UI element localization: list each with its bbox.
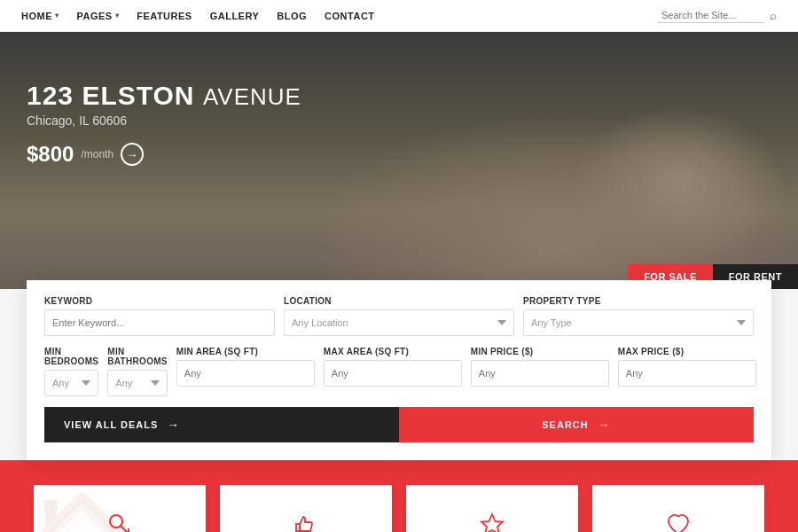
hero-price: $800 /month → — [27, 142, 771, 167]
max-price-label: Max Price ($) — [618, 347, 756, 356]
hero-title: 123 ELSTON AVENUE — [27, 81, 771, 110]
nav-label-blog: BLOG — [277, 11, 307, 21]
search-arrow-icon: → — [598, 418, 611, 432]
search-input[interactable] — [658, 8, 764, 23]
nav-label-features: FEATURES — [137, 11, 192, 21]
property-type-label: Property Type — [523, 296, 754, 306]
thumbsup-icon — [293, 512, 319, 532]
search-label: SEARCH — [542, 419, 588, 430]
features-section: 🏠 Quick Deals Experience — [0, 460, 798, 532]
hero-section: 123 ELSTON AVENUE Chicago, IL 60606 $800… — [0, 32, 798, 289]
max-price-input[interactable] — [618, 360, 756, 387]
search-buttons: VIEW ALL DEALS → SEARCH → — [44, 407, 754, 442]
min-bathrooms-select[interactable]: Any — [107, 370, 168, 396]
nav-links: HOME ▾ PAGES ▾ FEATURES GALLERY BLOG CON… — [21, 11, 375, 21]
min-area-label: Min Area (sq ft) — [176, 347, 315, 356]
property-type-field: Property Type Any Type — [523, 296, 754, 336]
min-area-input[interactable] — [176, 360, 315, 387]
location-label: Location — [284, 296, 514, 306]
search-button[interactable]: SEARCH → — [399, 407, 754, 442]
min-price-label: Min Price ($) — [471, 347, 609, 356]
keyword-label: Keyword — [44, 296, 275, 306]
min-bathrooms-label: Min Bathrooms — [107, 347, 168, 366]
search-panel: Keyword Location Any Location Property T… — [27, 280, 771, 460]
feature-card-happy-clients: Happy Clients — [592, 485, 764, 533]
nav-item-blog[interactable]: BLOG — [277, 11, 307, 21]
min-price-input[interactable] — [471, 360, 609, 387]
max-area-input[interactable] — [324, 360, 462, 387]
nav-item-features[interactable]: FEATURES — [137, 11, 192, 21]
min-bedrooms-select[interactable]: Any — [44, 370, 98, 396]
min-area-field: Min Area (sq ft) — [176, 347, 315, 396]
nav-item-pages[interactable]: PAGES ▾ — [77, 11, 120, 21]
nav-label-gallery: GALLERY — [210, 11, 260, 21]
navbar: HOME ▾ PAGES ▾ FEATURES GALLERY BLOG CON… — [0, 0, 798, 32]
min-price-field: Min Price ($) — [471, 347, 609, 396]
max-area-label: Max Area (sq ft) — [324, 347, 462, 356]
price-amount: $800 — [27, 142, 74, 167]
max-price-field: Max Price ($) — [618, 347, 756, 396]
star-icon — [479, 512, 505, 532]
hero-city: Chicago, IL 60606 — [27, 113, 771, 128]
svg-rect-4 — [296, 524, 300, 531]
nav-label-contact: CONTACT — [325, 11, 374, 21]
heart-icon — [665, 512, 692, 532]
price-period: /month — [81, 148, 113, 160]
nav-item-contact[interactable]: CONTACT — [325, 11, 374, 21]
price-link-arrow[interactable]: → — [121, 143, 144, 166]
nav-label-home: HOME — [21, 11, 52, 21]
nav-item-gallery[interactable]: GALLERY — [210, 11, 260, 21]
property-type-select[interactable]: Any Type — [523, 309, 754, 336]
chevron-down-icon: ▾ — [115, 12, 120, 20]
feature-card-experience: Experience — [220, 485, 392, 533]
view-all-label: VIEW ALL DEALS — [64, 419, 158, 430]
location-select[interactable]: Any Location — [284, 309, 514, 336]
keyword-input[interactable] — [44, 309, 275, 336]
min-bedrooms-label: Min Bedrooms — [44, 347, 98, 366]
view-all-deals-button[interactable]: VIEW ALL DEALS → — [44, 407, 399, 442]
hero-address-light: AVENUE — [203, 83, 301, 110]
feature-card-exclusive-offers: Exclusive Offers — [406, 485, 578, 533]
location-field: Location Any Location — [284, 296, 514, 336]
keyword-field: Keyword — [44, 296, 275, 336]
svg-marker-5 — [481, 514, 503, 532]
nav-label-pages: PAGES — [77, 11, 113, 21]
nav-search: ⌕ — [658, 8, 777, 23]
chevron-down-icon: ▾ — [55, 12, 59, 20]
min-bedrooms-field: Min Bedrooms Any — [44, 347, 98, 396]
hero-address-bold: 123 ELSTON — [27, 81, 195, 110]
bg-decorative-icon: 🏠 — [27, 494, 137, 533]
search-row-1: Keyword Location Any Location Property T… — [44, 296, 754, 336]
min-bathrooms-field: Min Bathrooms Any — [107, 347, 168, 396]
search-row-2: Min Bedrooms Any Min Bathrooms Any Min A… — [44, 347, 754, 396]
nav-item-home[interactable]: HOME ▾ — [21, 11, 59, 21]
search-icon[interactable]: ⌕ — [770, 9, 777, 22]
hero-content: 123 ELSTON AVENUE Chicago, IL 60606 $800… — [0, 32, 798, 167]
view-all-arrow-icon: → — [167, 418, 180, 432]
max-area-field: Max Area (sq ft) — [324, 347, 462, 396]
